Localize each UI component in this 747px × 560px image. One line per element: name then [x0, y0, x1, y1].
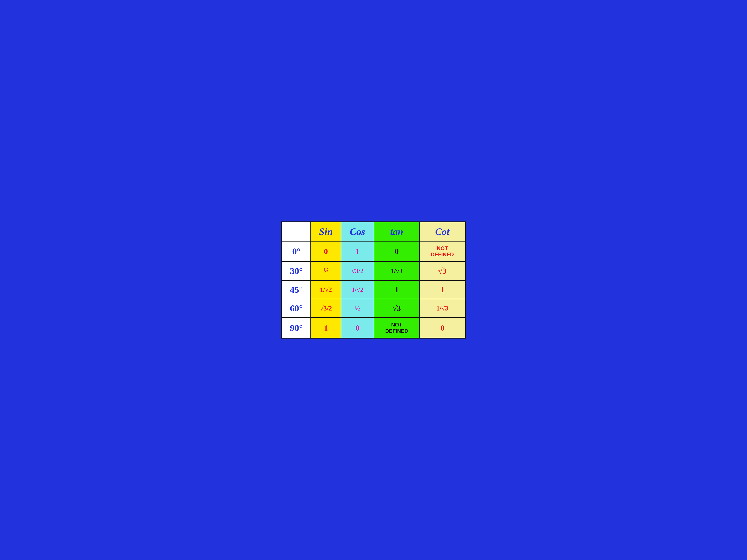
- header-angle: [282, 222, 311, 241]
- cell-angle-3: 60°: [282, 299, 311, 318]
- cell-sin-2: 1/√2: [311, 281, 341, 299]
- cell-tan-3: √3: [374, 299, 419, 318]
- cell-sin-3: √3/2: [311, 299, 341, 318]
- header-cos: Cos: [341, 222, 374, 241]
- cell-angle-1: 30°: [282, 262, 311, 281]
- cell-cos-2: 1/√2: [341, 281, 374, 299]
- cell-cot-1: √3: [419, 262, 465, 281]
- cell-tan-1: 1/√3: [374, 262, 419, 281]
- cell-tan-4: NotDefined: [374, 318, 419, 338]
- cell-sin-1: ½: [311, 262, 341, 281]
- header-tan: tan: [374, 222, 419, 241]
- trig-table: Sin Cos tan Cot 0°010NotDefined30°½√3/21…: [281, 221, 466, 339]
- cell-cot-4: 0: [419, 318, 465, 338]
- cell-cot-3: 1/√3: [419, 299, 465, 318]
- cell-tan-0: 0: [374, 241, 419, 262]
- cell-angle-0: 0°: [282, 241, 311, 262]
- cell-cos-1: √3/2: [341, 262, 374, 281]
- header-sin: Sin: [311, 222, 341, 241]
- cell-angle-2: 45°: [282, 281, 311, 299]
- cell-sin-4: 1: [311, 318, 341, 338]
- cell-cos-4: 0: [341, 318, 374, 338]
- cell-cot-2: 1: [419, 281, 465, 299]
- cell-sin-0: 0: [311, 241, 341, 262]
- cell-tan-2: 1: [374, 281, 419, 299]
- cell-angle-4: 90°: [282, 318, 311, 338]
- cell-cot-0: NotDefined: [419, 241, 465, 262]
- header-cot: Cot: [419, 222, 465, 241]
- cell-cos-3: ½: [341, 299, 374, 318]
- cell-cos-0: 1: [341, 241, 374, 262]
- page-wrapper: Sin Cos tan Cot 0°010NotDefined30°½√3/21…: [275, 215, 472, 345]
